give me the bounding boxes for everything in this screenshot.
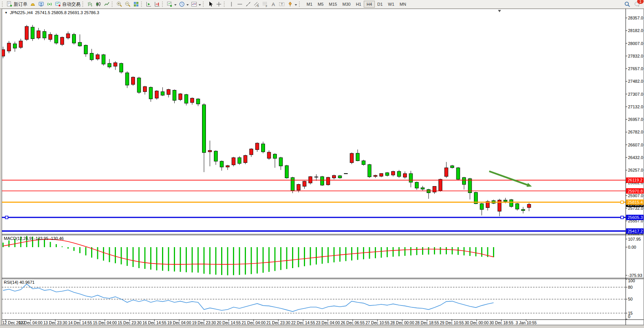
svg-text:50: 50 (628, 297, 633, 301)
svg-text:80: 80 (628, 285, 633, 289)
profiles-button[interactable] (178, 0, 190, 8)
notifications-button[interactable]: 1 (633, 0, 641, 8)
time-label: 30 Dec 18:55 (490, 320, 514, 325)
toolbar-grip[interactable] (112, 2, 114, 7)
candle (262, 144, 265, 152)
top-toolbar: 新订单 自动交易 (0, 0, 644, 9)
candle (392, 171, 395, 175)
candle (267, 152, 271, 158)
trendline-button[interactable] (244, 0, 252, 8)
svg-text:0.00: 0.00 (628, 245, 636, 249)
zoom-in-button[interactable] (115, 0, 124, 8)
autotrade-button[interactable]: 自动交易 (54, 0, 82, 8)
time-label: 19 Dec 04:00 (167, 320, 191, 325)
toolbar-grip[interactable] (162, 2, 164, 7)
svg-text:27132.0: 27132.0 (628, 105, 643, 109)
line-chart-button[interactable] (103, 0, 111, 8)
autotrade-label: 自动交易 (62, 1, 80, 8)
toolbar-grip[interactable] (203, 2, 205, 7)
svg-text:25970.8: 25970.8 (628, 189, 643, 193)
chart-shift-icon (154, 1, 160, 7)
candle (415, 182, 419, 188)
window-bottom-edge[interactable] (0, 325, 644, 328)
candle (374, 175, 377, 177)
timeframe-M5[interactable]: M5 (315, 1, 326, 8)
text-label-button[interactable]: T (278, 0, 286, 8)
auto-scroll-button[interactable] (145, 0, 153, 8)
candle (380, 174, 383, 176)
time-label: 21 Dec 23:30 (267, 320, 291, 325)
fibonacci-button[interactable]: F (261, 0, 269, 8)
candle (72, 34, 76, 43)
price-chart[interactable]: 28357.028182.028007.027832.027657.027482… (0, 0, 644, 328)
price-badge: 25605.3 (626, 215, 644, 220)
chevron-down-icon (174, 4, 177, 7)
candle (78, 42, 82, 46)
time-label: 14 Dec 14:55 (68, 320, 92, 325)
notification-badge: 1 (637, 0, 644, 4)
toolbar-grip[interactable] (224, 2, 226, 7)
svg-text:26432.0: 26432.0 (628, 155, 643, 160)
signals-button[interactable] (45, 0, 54, 8)
search-button[interactable] (623, 0, 631, 8)
candle (338, 176, 342, 178)
line-handle[interactable] (5, 216, 8, 219)
candle (37, 31, 40, 38)
symbol-dropdown-icon[interactable]: ▼ (5, 11, 8, 14)
text-button[interactable]: A (269, 0, 278, 8)
candle (285, 166, 289, 178)
time-label: 19 Dec 23:30 (192, 320, 216, 325)
svg-text:27307.0: 27307.0 (628, 92, 643, 96)
toolbar-grip[interactable] (2, 2, 4, 7)
vertical-line-button[interactable] (227, 0, 236, 8)
indicators-button[interactable] (190, 0, 202, 8)
candlestick-chart-button[interactable] (94, 0, 103, 8)
timeframe-D1[interactable]: D1 (375, 1, 385, 8)
svg-text:100: 100 (628, 278, 635, 283)
line-handle[interactable] (621, 201, 623, 204)
crosshair-button[interactable] (215, 0, 223, 8)
svg-text:26119.2: 26119.2 (628, 178, 642, 182)
tile-windows-button[interactable] (132, 0, 140, 8)
timeframe-H4[interactable]: H4 (364, 1, 374, 8)
timeframe-H1[interactable]: H1 (353, 1, 364, 8)
candle (220, 161, 223, 167)
cursor-button[interactable] (206, 0, 215, 8)
zoom-out-button[interactable] (124, 0, 132, 8)
candle (250, 149, 253, 154)
chart-shift-button[interactable] (153, 0, 161, 8)
candle (332, 175, 336, 178)
svg-text:0: 0 (628, 314, 630, 319)
crosshair-icon (216, 1, 222, 7)
timeframe-M30[interactable]: M30 (340, 1, 353, 8)
candle (191, 98, 194, 102)
svg-text:25815.4: 25815.4 (628, 200, 643, 204)
community-button[interactable] (37, 0, 45, 8)
new-chart-button[interactable] (165, 0, 178, 8)
bar-chart-button[interactable] (86, 0, 94, 8)
timeframe-W1[interactable]: W1 (385, 1, 397, 8)
arrows-icon (287, 1, 293, 7)
time-label: 15 Dec 04:00 (93, 320, 117, 325)
toolbar-grip[interactable] (141, 2, 143, 7)
auto-scroll-icon (146, 1, 152, 7)
deposit-button[interactable] (29, 0, 37, 8)
chart-title: ▼JPN225-,H4 25741.5 25805.8 25691.3 2578… (5, 10, 99, 15)
toolbar-grip[interactable] (299, 2, 301, 7)
new-order-label: 新订单 (14, 1, 27, 8)
timeframe-M15[interactable]: M15 (326, 1, 340, 8)
candle (397, 171, 401, 176)
time-label: 30 Dec 00:00 (465, 320, 489, 325)
line-handle[interactable] (621, 216, 623, 219)
arrows-button[interactable] (286, 0, 298, 8)
equidistant-channel-button[interactable]: E (252, 0, 261, 8)
timeframe-MN[interactable]: MN (397, 1, 409, 8)
horizontal-line-button[interactable] (236, 0, 244, 8)
text-icon: A (270, 1, 276, 7)
new-order-button[interactable]: 新订单 (5, 0, 29, 8)
timeframe-M1[interactable]: M1 (304, 1, 315, 8)
toolbar-grip[interactable] (82, 2, 84, 7)
candlestick-chart-icon (95, 1, 101, 7)
time-label: 26 Dec 06:55 (341, 320, 365, 325)
window-left-edge (0, 8, 2, 328)
